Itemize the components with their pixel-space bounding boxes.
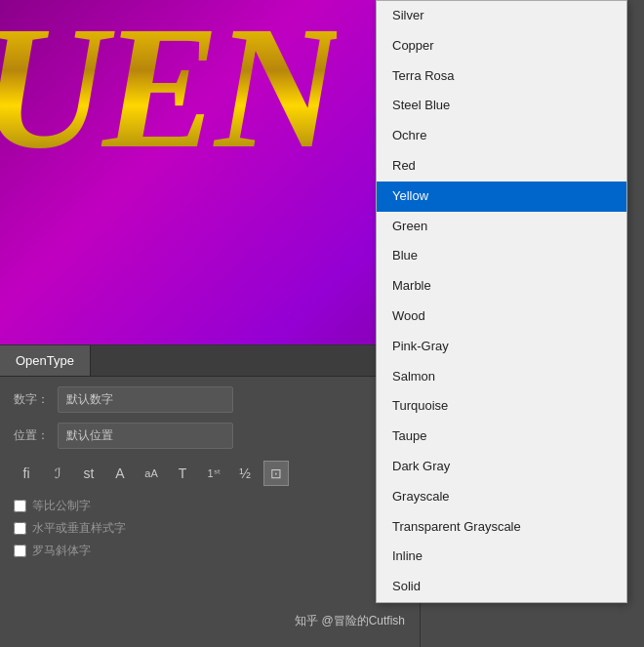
bottom-panel: OpenType 数字： 默认数字 位置： 默认位置 fi ℐ st A aA … [0,344,420,647]
field-row-position: 位置： 默认位置 [14,423,406,449]
dropdown-item-silver[interactable]: Silver [377,1,626,31]
checkbox-row-2: 罗马斜体字 [14,543,406,559]
icon-fraction[interactable]: ½ [232,461,258,486]
checkbox-label-2: 罗马斜体字 [32,543,91,559]
checkbox-1[interactable] [14,522,26,535]
field-row-digits: 数字： 默认数字 [14,386,406,413]
checkbox-row-0: 等比公制字 [14,498,406,514]
dropdown-item-marble[interactable]: Marble [377,271,626,302]
checkbox-0[interactable] [14,500,26,512]
dropdown-item-pink-gray[interactable]: Pink-Gray [377,332,626,362]
checkbox-label-0: 等比公制字 [32,498,91,514]
dropdown-item-red[interactable]: Red [377,151,626,182]
icon-fi[interactable]: fi [14,461,39,486]
watermark: 知乎 @冒险的Cutfish [295,613,405,629]
dropdown-list: SilverCopperTerra RosaSteel BlueOchreRed… [377,1,626,602]
checkbox-list: 等比公制字水平或垂直样式字罗马斜体字 [14,498,406,559]
dropdown-item-turquoise[interactable]: Turquoise [377,391,626,422]
icon-last[interactable]: ⊡ [263,461,289,486]
dropdown-item-yellow[interactable]: Yellow [377,182,626,212]
dropdown-item-copper[interactable]: Copper [377,31,626,61]
icon-italic[interactable]: ℐ [45,461,70,486]
dropdown-item-solid[interactable]: Solid [377,572,626,602]
panel-content: 数字： 默认数字 位置： 默认位置 fi ℐ st A aA T 1ˢᵗ ½ ⊡… [0,377,420,575]
icon-row: fi ℐ st A aA T 1ˢᵗ ½ ⊡ [14,461,406,486]
dropdown-item-ochre[interactable]: Ochre [377,121,626,151]
tab-opentype[interactable]: OpenType [0,345,91,376]
dropdown-item-grayscale[interactable]: Grayscale [377,482,626,512]
canvas-text: UEN [0,0,337,176]
position-value[interactable]: 默认位置 [58,423,233,449]
tab-bar: OpenType [0,345,420,377]
color-dropdown: SilverCopperTerra RosaSteel BlueOchreRed… [376,0,627,603]
icon-superscript[interactable]: 1ˢᵗ [201,461,226,486]
icon-st[interactable]: st [76,461,101,486]
checkbox-2[interactable] [14,545,26,557]
dropdown-item-steel-blue[interactable]: Steel Blue [377,91,626,121]
dropdown-item-salmon[interactable]: Salmon [377,362,626,392]
dropdown-item-green[interactable]: Green [377,212,626,242]
icon-smallcaps[interactable]: aA [139,461,164,486]
dropdown-item-taupe[interactable]: Taupe [377,422,626,452]
dropdown-item-blue[interactable]: Blue [377,241,626,271]
dropdown-item-dark-gray[interactable]: Dark Gray [377,452,626,482]
checkbox-label-1: 水平或垂直样式字 [32,520,126,537]
icon-caps[interactable]: A [107,461,133,486]
digits-label: 数字： [14,391,58,408]
position-label: 位置： [14,427,58,444]
checkbox-row-1: 水平或垂直样式字 [14,520,406,537]
icon-titling[interactable]: T [170,461,195,486]
dropdown-item-inline[interactable]: Inline [377,542,626,572]
dropdown-item-transparent-grayscale[interactable]: Transparent Grayscale [377,512,626,543]
digits-value[interactable]: 默认数字 [58,386,233,413]
dropdown-item-wood[interactable]: Wood [377,302,626,332]
dropdown-item-terra-rosa[interactable]: Terra Rosa [377,61,626,92]
